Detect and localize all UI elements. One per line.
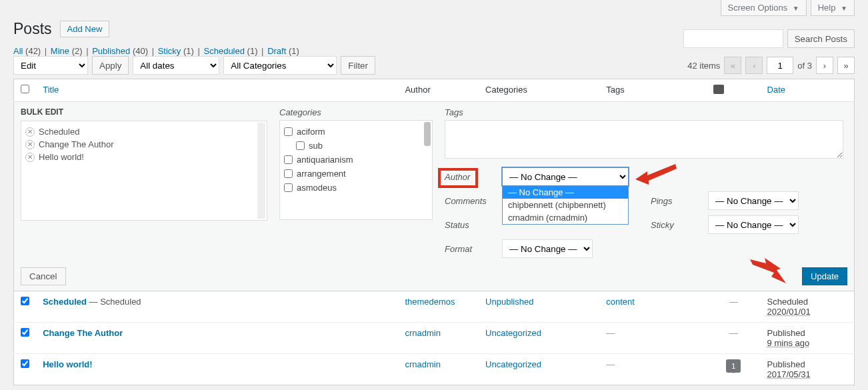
category-link[interactable]: Uncategorized [485,328,541,338]
col-tags: Tags [599,79,707,102]
tags-label: Tags [445,107,847,117]
categories-label: Categories [279,107,433,117]
add-new-button[interactable]: Add New [60,21,110,37]
tags-cell: — [599,354,707,385]
category-checkbox[interactable] [284,183,293,192]
apply-button[interactable]: Apply [92,56,129,75]
row-checkbox[interactable] [21,297,29,305]
filter-published[interactable]: Published [92,46,130,56]
table-row: Hello world! crnadmin Uncategorized — 1 … [14,354,855,385]
format-label: Format [445,244,493,254]
author-dropdown-list: — No Change — chipbennett (chipbennett) … [502,186,629,225]
scrollbar-thumb[interactable] [424,122,431,146]
bulk-post-item: ✕ Scheduled [25,125,263,138]
last-page-button[interactable]: » [837,57,855,74]
first-page-button[interactable]: « [724,57,741,74]
tags-cell: — [599,323,707,354]
svg-marker-1 [750,258,786,283]
format-select[interactable]: — No Change — [502,239,593,258]
remove-post-button[interactable]: ✕ [25,127,35,137]
sticky-select[interactable]: — No Change — [708,215,799,234]
select-all-checkbox[interactable] [21,85,29,93]
help-button[interactable]: Help ▼ [811,0,855,16]
comments-label: Comments [445,196,493,206]
screen-options-button[interactable]: Screen Options ▼ [721,0,807,16]
bulk-post-list: ✕ Scheduled ✕ Change The Author ✕ Hello … [21,121,267,221]
category-filter-select[interactable]: All Categories [223,56,337,75]
annotation-arrow [635,161,682,187]
post-title-link[interactable]: Scheduled [43,297,87,307]
author-select[interactable]: — No Change — [502,167,629,186]
author-link[interactable]: crnadmin [405,359,440,369]
filter-draft[interactable]: Draft [267,46,286,56]
col-author: Author [398,79,479,102]
remove-post-button[interactable]: ✕ [25,153,35,162]
current-page-input[interactable] [767,57,793,74]
categories-list[interactable]: aciform sub antiquarianism arrangement a… [279,120,433,220]
status-label: Status [445,220,493,230]
remove-post-button[interactable]: ✕ [25,140,35,149]
tag-link[interactable]: content [606,297,635,307]
svg-marker-0 [635,164,677,185]
filter-scheduled[interactable]: Scheduled [204,46,245,56]
author-option[interactable]: crnadmin (crnadmin) [503,211,628,224]
filter-button[interactable]: Filter [341,56,375,75]
scrollbar[interactable] [257,123,265,219]
search-posts-button[interactable]: Search Posts [787,29,855,48]
category-checkbox[interactable] [284,127,293,136]
bulk-edit-title: BULK EDIT [21,107,267,117]
caret-down-icon: ▼ [841,5,847,12]
page-total: of 3 [797,61,812,71]
table-row: Change The Author crnadmin Uncategorized… [14,323,855,354]
comments-cell: — [707,291,760,323]
bulk-action-select[interactable]: Edit [13,56,88,75]
category-checkbox[interactable] [296,141,305,150]
row-checkbox[interactable] [21,328,29,337]
cancel-button[interactable]: Cancel [21,267,66,285]
category-checkbox[interactable] [284,155,293,164]
category-link[interactable]: Uncategorized [485,359,541,369]
bulk-post-item: ✕ Hello world! [25,151,263,163]
comment-count-bubble[interactable]: 1 [726,359,741,373]
search-input[interactable] [683,29,783,48]
items-count: 42 items [687,61,720,71]
page-title: Posts [13,20,52,38]
row-checkbox[interactable] [21,359,29,368]
post-title-link[interactable]: Hello world! [43,359,92,369]
prev-page-button[interactable]: ‹ [745,57,763,74]
author-option[interactable]: chipbennett (chipbennett) [503,199,628,211]
next-page-button[interactable]: › [816,57,833,74]
col-title[interactable]: Title [36,79,398,102]
comments-cell: — [707,323,760,354]
author-option[interactable]: — No Change — [503,186,628,199]
author-label: Author [445,172,493,182]
update-button[interactable]: Update [802,267,847,285]
sticky-label: Sticky [651,220,699,230]
post-title-link[interactable]: Change The Author [43,328,123,338]
pings-label: Pings [651,196,699,206]
category-checkbox[interactable] [284,169,293,178]
date-filter-select[interactable]: All dates [133,56,219,75]
author-link[interactable]: themedemos [405,297,455,307]
table-row: Scheduled — Scheduled themedemos Unpubli… [14,291,855,323]
filter-mine[interactable]: Mine [51,46,69,56]
bulk-post-item: ✕ Change The Author [25,138,263,151]
category-link[interactable]: Unpublished [485,297,533,307]
filter-all[interactable]: All [13,46,23,56]
pings-select[interactable]: — No Change — [708,191,799,210]
tags-input[interactable] [445,120,843,159]
col-categories: Categories [479,79,599,102]
annotation-arrow [745,258,798,289]
author-link[interactable]: crnadmin [405,328,440,338]
col-date[interactable]: Date [761,79,855,102]
filter-sticky[interactable]: Sticky [158,46,181,56]
caret-down-icon: ▼ [793,5,799,12]
comment-icon [713,85,724,94]
col-comments[interactable] [707,79,760,102]
